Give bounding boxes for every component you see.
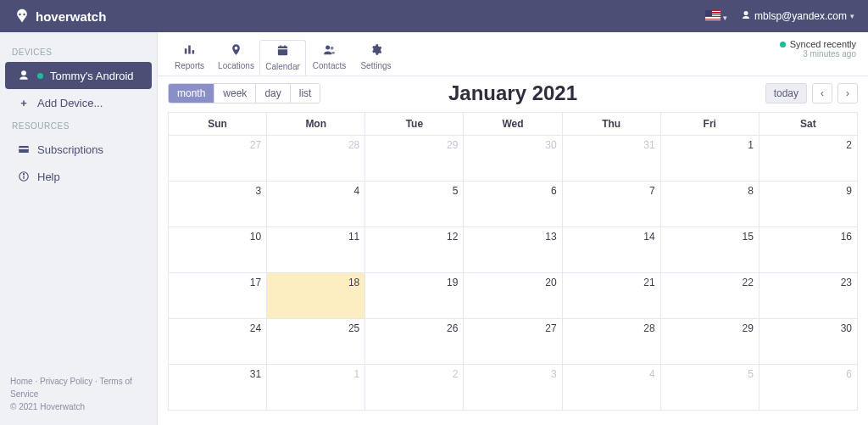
bar-chart-icon [167, 43, 212, 59]
calendar-title: January 2021 [448, 81, 577, 105]
sidebar-section-resources: RESOURCES [0, 116, 157, 136]
device-name: Tommy's Android [50, 70, 134, 82]
sidebar: DEVICES Tommy's Android + Add Device... … [0, 32, 157, 425]
calendar-day[interactable]: 24 [169, 319, 267, 365]
svg-rect-10 [280, 45, 281, 48]
calendar-day[interactable]: 18 [267, 273, 365, 319]
chevron-down-icon: ▾ [850, 12, 854, 20]
gear-icon [353, 43, 398, 59]
calendar-day[interactable]: 31 [562, 136, 660, 182]
svg-rect-11 [284, 45, 285, 48]
calendar-day[interactable]: 13 [464, 227, 562, 273]
credit-card-icon [17, 143, 31, 156]
calendar-day[interactable]: 30 [759, 319, 857, 365]
calendar-day[interactable]: 3 [464, 365, 562, 411]
status-dot-icon [780, 42, 786, 48]
calendar-day[interactable]: 6 [759, 365, 857, 411]
calendar-day[interactable]: 11 [267, 227, 365, 273]
sidebar-item-help[interactable]: Help [5, 163, 152, 190]
tab-contacts[interactable]: Contacts [306, 39, 353, 75]
sidebar-item-add-device[interactable]: + Add Device... [5, 89, 152, 116]
view-switcher: month week day list [168, 83, 320, 103]
user-menu[interactable]: mblsp@yandex.com ▾ [741, 10, 854, 23]
calendar-day[interactable]: 16 [759, 227, 857, 273]
calendar-day[interactable]: 2 [759, 136, 857, 182]
calendar-day[interactable]: 29 [660, 319, 759, 365]
sidebar-item-subscriptions[interactable]: Subscriptions [5, 136, 152, 163]
calendar-day[interactable]: 15 [660, 227, 759, 273]
owl-logo-icon [14, 8, 31, 25]
view-list[interactable]: list [291, 84, 320, 103]
calendar-day[interactable]: 6 [464, 182, 562, 227]
tab-locations[interactable]: Locations [213, 39, 259, 75]
calendar-day[interactable]: 3 [169, 182, 267, 227]
calendar-day[interactable]: 21 [562, 273, 660, 319]
plus-icon: + [17, 96, 31, 109]
chevron-left-icon: ‹ [821, 87, 824, 99]
calendar-day[interactable]: 10 [169, 227, 267, 273]
topbar: hoverwatch ▾ mblsp@yandex.com ▾ [0, 0, 868, 32]
brand-text: hoverwatch [36, 9, 106, 24]
calendar-day[interactable]: 4 [562, 365, 660, 411]
contacts-icon [307, 43, 352, 59]
footer-home[interactable]: Home [10, 377, 33, 386]
calendar-day[interactable]: 22 [660, 273, 759, 319]
calendar-day[interactable]: 30 [464, 136, 562, 182]
calendar-day[interactable]: 25 [267, 319, 365, 365]
calendar-icon [260, 44, 305, 59]
calendar-day[interactable]: 28 [562, 319, 660, 365]
calendar-day[interactable]: 12 [365, 227, 464, 273]
subscriptions-label: Subscriptions [37, 143, 103, 156]
calendar-day[interactable]: 5 [660, 365, 759, 411]
weekday-header: Thu [562, 113, 660, 136]
calendar-day[interactable]: 14 [562, 227, 660, 273]
chevron-right-icon: › [846, 87, 849, 99]
weekday-header: Tue [365, 113, 464, 136]
calendar-grid: SunMonTueWedThuFriSat 272829303112345678… [158, 107, 868, 421]
tab-settings[interactable]: Settings [353, 39, 399, 75]
footer-privacy[interactable]: Privacy Policy [40, 377, 92, 386]
calendar-day[interactable]: 2 [365, 365, 464, 411]
weekday-header: Wed [464, 113, 562, 136]
person-icon [17, 69, 31, 82]
prev-button[interactable]: ‹ [812, 83, 832, 103]
svg-point-4 [23, 174, 24, 175]
calendar-day[interactable]: 9 [759, 182, 857, 227]
footer-copyright: © 2021 Hoverwatch [10, 402, 85, 411]
language-selector[interactable]: ▾ [705, 10, 727, 23]
svg-point-13 [331, 47, 334, 50]
info-icon [17, 170, 31, 183]
calendar-day[interactable]: 17 [169, 273, 267, 319]
calendar-day[interactable]: 19 [365, 273, 464, 319]
tab-calendar[interactable]: Calendar [259, 40, 306, 75]
calendar-day[interactable]: 26 [365, 319, 464, 365]
calendar-day[interactable]: 7 [562, 182, 660, 227]
calendar-day[interactable]: 1 [267, 365, 365, 411]
view-week[interactable]: week [214, 84, 256, 103]
brand[interactable]: hoverwatch [14, 8, 106, 25]
next-button[interactable]: › [837, 83, 858, 103]
svg-rect-5 [185, 48, 187, 53]
view-day[interactable]: day [256, 84, 290, 103]
calendar-day[interactable]: 4 [267, 182, 365, 227]
calendar-day[interactable]: 27 [464, 319, 562, 365]
today-button[interactable]: today [765, 83, 807, 103]
page-tabs: Reports Locations Calendar Contacts Sett… [158, 32, 868, 76]
calendar-day[interactable]: 29 [365, 136, 464, 182]
map-pin-icon [214, 43, 259, 59]
view-month[interactable]: month [169, 84, 214, 103]
calendar-day[interactable]: 23 [759, 273, 857, 319]
calendar-day[interactable]: 31 [169, 365, 267, 411]
flag-us-icon [705, 10, 721, 20]
help-label: Help [37, 171, 60, 183]
chevron-down-icon: ▾ [723, 14, 727, 22]
calendar-day[interactable]: 27 [169, 136, 267, 182]
tab-reports[interactable]: Reports [166, 39, 213, 75]
sidebar-section-devices: DEVICES [0, 42, 157, 62]
calendar-day[interactable]: 5 [365, 182, 464, 227]
calendar-day[interactable]: 1 [660, 136, 759, 182]
sidebar-item-device[interactable]: Tommy's Android [5, 62, 152, 89]
calendar-day[interactable]: 20 [464, 273, 562, 319]
calendar-day[interactable]: 8 [660, 182, 759, 227]
calendar-day[interactable]: 28 [267, 136, 365, 182]
